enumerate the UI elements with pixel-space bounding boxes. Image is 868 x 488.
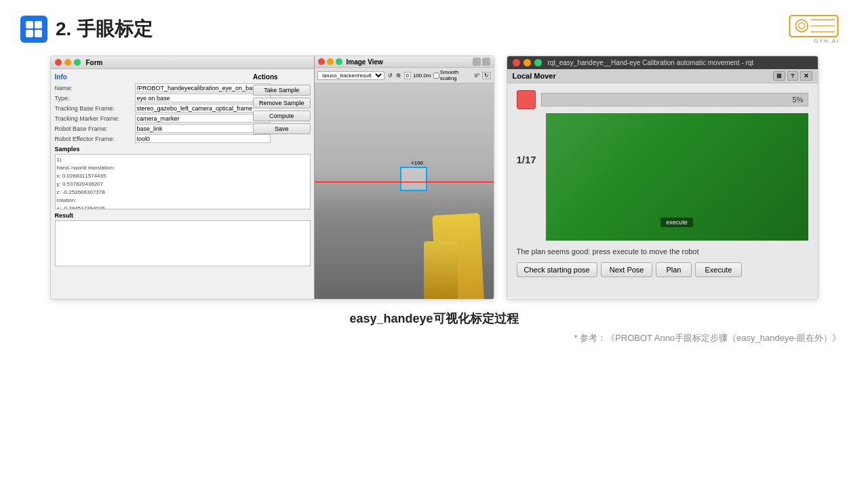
iv-settings-icon[interactable]: ⚙	[396, 73, 401, 79]
footer-text: * 参考：《PROBOT Anno手眼标定步骤（easy_handeye-眼在外…	[574, 333, 842, 343]
remove-sample-button[interactable]: Remove Sample	[253, 98, 311, 108]
save-button[interactable]: Save	[253, 123, 311, 134]
iv-icon-2	[482, 58, 490, 66]
rqt-max-btn[interactable]	[534, 59, 542, 66]
max-btn[interactable]	[74, 59, 81, 66]
tracking-marker-input[interactable]	[135, 114, 271, 123]
svg-rect-0	[26, 21, 33, 28]
iv-distance-label: 100.0m	[413, 73, 431, 79]
robot-base-input[interactable]	[135, 124, 271, 133]
aruco-marker	[400, 167, 427, 191]
form-body: Info Actions Take Sample Remove Sample C…	[51, 69, 494, 298]
page-title: 2. 手眼标定	[56, 16, 153, 42]
iv-icon-1	[473, 58, 481, 66]
rqt-action-buttons: Check starting pose Next Pose Plan Execu…	[507, 260, 818, 283]
smooth-scaling-text: Smooth scaling	[440, 69, 473, 81]
header-left: 2. 手眼标定	[20, 16, 153, 43]
smooth-scaling-label: Smooth scaling	[433, 69, 473, 81]
svg-rect-2	[26, 30, 33, 37]
svg-text:GYH.AI: GYH.AI	[814, 38, 840, 44]
rqt-section-controls: ⊞ ? ✕	[773, 71, 812, 81]
smooth-scaling-checkbox[interactable]	[433, 73, 439, 79]
form-window-title: Form	[86, 59, 103, 66]
check-starting-pose-button[interactable]: Check starting pose	[517, 262, 597, 277]
iv-title: Image View	[347, 58, 383, 66]
iv-refresh-icon[interactable]: ↺	[388, 73, 393, 79]
samples-label: Samples	[55, 146, 311, 152]
brand-logo-svg: GYH.AI	[787, 12, 841, 46]
rqt-progress-area: 5%	[507, 83, 818, 113]
rqt-float-btn[interactable]: ⊞	[773, 71, 785, 81]
screenshots-row: Form Info Actions Take Sample Remove Sam…	[0, 56, 868, 300]
right-screenshot: rqt_easy_handeye__Hand-eye Calibration a…	[507, 56, 818, 300]
header: 2. 手眼标定 GYH.AI	[0, 0, 868, 53]
robot-effector-row: Robot Effector Frame:	[55, 134, 311, 143]
rqt-section-titlebar: Local Mover ⊞ ? ✕	[507, 69, 818, 83]
plan-button[interactable]: Plan	[656, 262, 691, 277]
rqt-close-btn[interactable]	[513, 59, 520, 66]
iv-rotate-btn[interactable]: ↻	[482, 72, 491, 79]
actions-label: Actions	[253, 73, 311, 81]
detection-line	[315, 182, 494, 182]
rqt-help-btn[interactable]: ?	[787, 71, 798, 81]
samples-box: 1) hand->world translation: x: 0.0268311…	[55, 154, 311, 209]
rqt-min-btn[interactable]	[524, 59, 531, 66]
marker-label: +100	[411, 160, 423, 166]
svg-point-5	[795, 20, 808, 32]
take-sample-button[interactable]: Take Sample	[253, 85, 311, 96]
robot-base-label: Robot Base Frame:	[55, 125, 133, 132]
form-left-panel: Info Actions Take Sample Remove Sample C…	[51, 69, 315, 298]
rqt-titlebar: rqt_easy_handeye__Hand-eye Calibration a…	[507, 56, 818, 69]
iv-min-btn[interactable]	[327, 58, 334, 65]
image-view-titlebar: Image View	[315, 56, 494, 68]
rqt-window-title: rqt_easy_handeye__Hand-eye Calibration a…	[548, 59, 754, 66]
svg-point-6	[799, 23, 805, 29]
image-view-toolbar: /aruco_tracker/result ↺ ⚙ 0 100.0m Smoot…	[315, 68, 494, 83]
left-screenshot: Form Info Actions Take Sample Remove Sam…	[50, 56, 494, 300]
samples-text: 1) hand->world translation: x: 0.0268311…	[57, 157, 125, 209]
iv-zoom-reset[interactable]: 0	[404, 72, 411, 79]
topic-select[interactable]: /aruco_tracker/result	[317, 71, 384, 80]
next-pose-button[interactable]: Next Pose	[601, 262, 653, 277]
stop-button[interactable]	[517, 90, 536, 109]
iv-close-btn[interactable]	[318, 58, 325, 65]
footer: * 参考：《PROBOT Anno手眼标定步骤（easy_handeye-眼在外…	[0, 327, 868, 350]
name-label: Name:	[55, 85, 133, 92]
iv-angle: 0°	[475, 73, 480, 79]
svg-rect-1	[35, 21, 42, 28]
close-btn[interactable]	[55, 59, 62, 66]
progress-percent: 5%	[793, 96, 804, 104]
rqt-close-section-btn[interactable]: ✕	[800, 71, 812, 81]
iv-max-btn[interactable]	[336, 58, 342, 65]
caption-area: easy_handeye可视化标定过程	[0, 310, 868, 327]
form-actions: Actions Take Sample Remove Sample Comput…	[253, 73, 311, 134]
image-canvas: +100	[315, 83, 494, 300]
robot-scene: +100	[315, 83, 494, 300]
tracking-base-input[interactable]	[135, 104, 271, 113]
rqt-image-display: execute	[546, 113, 808, 241]
result-label: Result	[55, 212, 311, 219]
tracking-marker-label: Tracking Marker Frame:	[55, 115, 133, 122]
logo-icon	[20, 16, 47, 43]
robot-effector-input[interactable]	[135, 134, 271, 143]
progress-bar-fill	[542, 94, 555, 106]
type-input[interactable]	[135, 94, 271, 102]
progress-bar-container: 5%	[541, 93, 808, 106]
image-view-window: Image View /aruco_tracker/result ↺ ⚙ 0 1…	[314, 56, 494, 299]
robot-effector-label: Robot Effector Frame:	[55, 136, 133, 142]
tracking-base-label: Tracking Base Frame:	[55, 105, 133, 112]
image-execute-overlay: execute	[660, 218, 693, 227]
rqt-section-title-text: Local Mover	[513, 72, 556, 80]
caption-text: easy_handeye可视化标定过程	[349, 312, 518, 325]
rqt-body: Local Mover ⊞ ? ✕ 5% 1/1	[507, 69, 818, 297]
name-input[interactable]	[135, 83, 271, 92]
svg-rect-3	[35, 30, 42, 37]
execute-button[interactable]: Execute	[695, 262, 743, 277]
brand-logo: GYH.AI	[787, 12, 841, 46]
rqt-main-content: 1/17 execute	[507, 113, 818, 243]
result-box	[55, 220, 311, 266]
progress-row: 5%	[517, 90, 808, 109]
pose-counter: 1/17	[517, 113, 540, 165]
min-btn[interactable]	[64, 59, 71, 66]
compute-button[interactable]: Compute	[253, 110, 311, 121]
